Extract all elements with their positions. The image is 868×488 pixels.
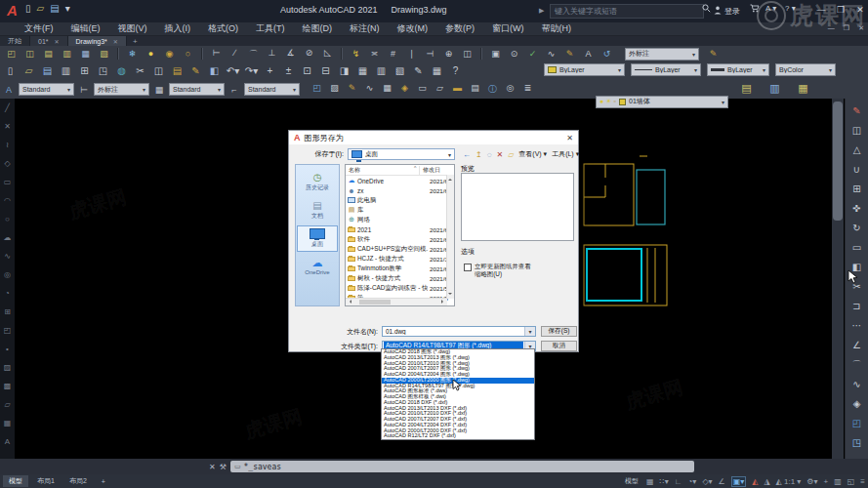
- filetype-option[interactable]: AutoCAD R12/LT2 DXF (*.dxf): [382, 433, 534, 439]
- calculator-icon[interactable]: ▦: [430, 65, 444, 76]
- menu-item[interactable]: 工具(T): [256, 22, 285, 35]
- circle-icon[interactable]: ○: [0, 210, 15, 228]
- polygon-icon[interactable]: ◇: [0, 154, 15, 173]
- revcloud-icon[interactable]: ☁: [0, 228, 15, 247]
- new-folder-icon[interactable]: ▱: [508, 150, 514, 159]
- erase-icon[interactable]: ✎: [846, 102, 868, 121]
- file-row-folder[interactable]: 树秋 - 快捷方式 2021/6: [346, 273, 454, 283]
- object-snap-tracking-icon[interactable]: ∠: [719, 477, 725, 486]
- scale-icon[interactable]: ▭: [846, 238, 868, 258]
- table-icon[interactable]: ▦: [380, 83, 394, 96]
- table-style-combo[interactable]: Standard: [169, 83, 225, 96]
- linetype-combo[interactable]: ByLayer: [631, 63, 701, 76]
- construction-line-icon[interactable]: ✕: [0, 117, 15, 136]
- layout1-tab[interactable]: 布局1: [31, 475, 61, 487]
- layer-square-icon[interactable]: ◰: [846, 414, 868, 433]
- up-one-level-icon[interactable]: ↥: [475, 150, 482, 159]
- tab-start[interactable]: 开始: [0, 36, 30, 46]
- search-icon[interactable]: [702, 4, 711, 15]
- doc-close-button[interactable]: ✕: [858, 24, 864, 32]
- explode-icon[interactable]: ◈: [846, 394, 868, 414]
- cart-icon[interactable]: [750, 4, 760, 15]
- view-menu[interactable]: 查看(V) ▾: [518, 149, 547, 159]
- viewport-icon[interactable]: ▭: [415, 83, 430, 96]
- file-row-folder[interactable]: 软件 2021/6: [346, 234, 454, 244]
- dim-ordinate-icon[interactable]: ⊥: [264, 48, 280, 61]
- command-customize-icon[interactable]: ⚒: [220, 463, 227, 471]
- layer-freeze-icon[interactable]: ❄: [124, 49, 141, 59]
- properties-palette-icon[interactable]: ◨: [337, 65, 351, 76]
- extend-icon[interactable]: ⊐: [846, 297, 868, 316]
- info-icon[interactable]: ⓘ: [485, 83, 500, 96]
- zoom-object-icon[interactable]: ◎: [503, 83, 517, 96]
- layer-states-icon[interactable]: ▤: [738, 82, 755, 95]
- ortho-icon[interactable]: ∟: [675, 477, 682, 486]
- multileader-style-icon[interactable]: ⌐: [228, 85, 240, 95]
- pan-icon[interactable]: +: [263, 65, 277, 76]
- dim-angular-icon[interactable]: ∡: [282, 48, 299, 61]
- user-icon[interactable]: [714, 6, 722, 17]
- minimize-button[interactable]: —: [814, 3, 828, 17]
- menu-item[interactable]: 窗口(W): [492, 22, 524, 35]
- chamfer-icon[interactable]: ∠: [846, 336, 868, 355]
- dim-diameter-icon[interactable]: ⊘: [301, 48, 317, 61]
- file-row-network[interactable]: 网络: [346, 215, 454, 224]
- qat-new-icon[interactable]: ▯: [25, 3, 31, 14]
- region-icon[interactable]: ▱: [0, 395, 15, 414]
- dim-edit-pencil-icon[interactable]: ✎: [705, 49, 722, 59]
- workspace-squares-icon[interactable]: ◰: [310, 83, 324, 96]
- grid-icon[interactable]: ▦: [646, 477, 654, 486]
- menu-item[interactable]: 格式(O): [208, 22, 238, 35]
- tools-menu[interactable]: 工具(L) ▾: [552, 149, 579, 159]
- layer-square2-icon[interactable]: ◳: [846, 433, 868, 453]
- back-icon[interactable]: ←: [463, 150, 471, 159]
- open-icon[interactable]: ▱: [21, 65, 36, 76]
- new-tab-button[interactable]: +: [127, 36, 144, 46]
- name-column-header[interactable]: 名称: [346, 166, 420, 175]
- cut-icon[interactable]: ✂: [133, 65, 147, 76]
- hatch-icon[interactable]: ▨: [0, 358, 15, 377]
- copy-icon[interactable]: ◫: [151, 65, 166, 76]
- layers-dialog-icon[interactable]: ≣: [520, 83, 535, 96]
- chevron-right-icon[interactable]: ▶: [539, 7, 544, 15]
- list-vertical-scrollbar[interactable]: [446, 175, 454, 299]
- customization-icon[interactable]: ≡: [860, 477, 865, 486]
- move-icon[interactable]: ✜: [846, 199, 868, 219]
- tolerance-icon[interactable]: ◫: [459, 49, 475, 59]
- modified-column-header[interactable]: 修改日: [420, 166, 440, 175]
- list-horizontal-scrollbar[interactable]: [346, 298, 447, 305]
- table-style-icon[interactable]: ▦: [153, 85, 165, 95]
- text-style-icon[interactable]: A: [3, 85, 15, 95]
- help-icon[interactable]: ?: [448, 65, 463, 76]
- menu-item[interactable]: 插入(I): [165, 22, 191, 35]
- menu-item[interactable]: 参数(P): [445, 22, 475, 35]
- dim-style-icon[interactable]: ⊢: [78, 85, 90, 95]
- match-properties-icon[interactable]: ✎: [188, 65, 203, 76]
- layer-on-icon[interactable]: ●: [143, 49, 159, 59]
- designcenter-icon[interactable]: ▦: [355, 65, 370, 76]
- menu-item[interactable]: 帮助(H): [542, 22, 572, 35]
- delete-icon[interactable]: ✕: [496, 150, 503, 159]
- menu-item[interactable]: 文件(F): [24, 22, 54, 35]
- markup-icon[interactable]: ✎: [411, 65, 426, 76]
- dim-continue-icon[interactable]: #: [385, 49, 401, 59]
- place-history[interactable]: 历史记录: [297, 169, 338, 194]
- dim-text-edit-icon[interactable]: A: [580, 49, 597, 59]
- hatch-icon[interactable]: ▨: [327, 83, 342, 96]
- model-tab[interactable]: 模型: [3, 475, 28, 487]
- mirror-icon[interactable]: △: [846, 141, 868, 160]
- workspace-switching-icon[interactable]: ⚙▾: [806, 477, 817, 486]
- dim-update-icon[interactable]: ↺: [599, 49, 615, 59]
- ellipse-icon[interactable]: ◎: [0, 265, 15, 284]
- polyline-icon[interactable]: ≀: [0, 136, 15, 154]
- layer-unlock-icon[interactable]: ○: [180, 49, 196, 59]
- ellipse-arc-icon[interactable]: ◔: [0, 284, 15, 303]
- measure-icon[interactable]: ▬: [450, 83, 465, 96]
- menu-item[interactable]: 修改(M): [397, 22, 429, 35]
- filename-combo[interactable]: 01.dwg ▾: [382, 326, 536, 337]
- doc-restore-button[interactable]: ❐: [844, 24, 849, 32]
- save-in-combo[interactable]: 桌面: [348, 148, 455, 160]
- save-icon[interactable]: ▤: [40, 65, 55, 76]
- menu-item[interactable]: 绘图(D): [303, 22, 333, 35]
- command-input[interactable]: ▭ *_saveas: [230, 461, 694, 472]
